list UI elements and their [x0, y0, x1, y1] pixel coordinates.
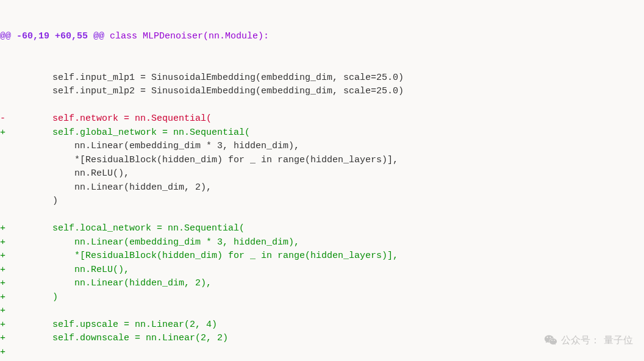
diff-line: nn.ReLU(), [0, 167, 644, 181]
hunk-context-text: class MLPDenoiser(nn.Module): [104, 31, 269, 41]
diff-line: + ) [0, 291, 644, 305]
diff-line: + self.downscale = nn.Linear(2, 2) [0, 332, 644, 346]
diff-line: ) [0, 195, 644, 209]
diff-line-text: self.local_network = nn.Sequential( [9, 223, 245, 234]
diff-view: @@ -60,19 +60,55 @@ class MLPDenoiser(nn… [0, 2, 644, 361]
diff-line-text: nn.Linear(embedding_dim * 3, hidden_dim)… [9, 237, 299, 248]
diff-marker [0, 154, 9, 168]
diff-line-text: *[ResidualBlock(hidden_dim) for _ in ran… [9, 251, 398, 261]
diff-marker: + [0, 222, 9, 236]
diff-marker [0, 140, 9, 154]
diff-line-text: nn.Linear(embedding_dim * 3, hidden_dim)… [9, 141, 299, 151]
diff-line: + self.global_network = nn.Sequential( [0, 126, 644, 140]
diff-marker: - [0, 112, 9, 126]
diff-marker [0, 85, 9, 99]
diff-line: + nn.Linear(hidden_dim, 2), [0, 277, 644, 291]
diff-line: nn.Linear(embedding_dim * 3, hidden_dim)… [0, 140, 644, 154]
diff-line [0, 99, 644, 113]
diff-marker: + [0, 346, 9, 360]
diff-line-text: nn.ReLU(), [9, 168, 129, 179]
diff-marker: + [0, 249, 9, 263]
diff-marker: + [0, 318, 9, 332]
diff-line: + nn.Linear(embedding_dim * 3, hidden_di… [0, 236, 644, 250]
diff-line-text: self.global_network = nn.Sequential( [9, 127, 250, 138]
diff-line-text: self.downscale = nn.Linear(2, 2) [9, 333, 228, 343]
diff-line: + self.upscale = nn.Linear(2, 4) [0, 318, 644, 332]
hunk-range: @@ -60,19 +60,55 @@ [0, 31, 104, 41]
hunk-header-line: @@ -60,19 +60,55 @@ class MLPDenoiser(nn… [0, 30, 644, 44]
diff-line: + *[ResidualBlock(hidden_dim) for _ in r… [0, 249, 644, 263]
diff-marker [0, 99, 9, 113]
diff-line: + [0, 304, 644, 318]
diff-line-text: ) [9, 292, 58, 302]
diff-marker [0, 71, 9, 85]
diff-line: + nn.ReLU(), [0, 263, 644, 277]
diff-marker [0, 167, 9, 181]
diff-marker [0, 209, 9, 223]
diff-line: + self.local_network = nn.Sequential( [0, 222, 644, 236]
diff-line: + [0, 346, 644, 360]
diff-marker: + [0, 332, 9, 346]
diff-line: self.input_mlp2 = SinusoidalEmbedding(em… [0, 85, 644, 99]
diff-line-text: nn.ReLU(), [9, 265, 129, 275]
diff-line-text: self.input_mlp2 = SinusoidalEmbedding(em… [9, 86, 404, 96]
diff-line-text: self.input_mlp1 = SinusoidalEmbedding(em… [9, 73, 404, 83]
diff-line-text: ) [9, 196, 58, 206]
diff-line [0, 209, 644, 223]
diff-line: nn.Linear(hidden_dim, 2), [0, 181, 644, 195]
diff-marker: + [0, 126, 9, 140]
diff-line-text: self.upscale = nn.Linear(2, 4) [9, 320, 217, 330]
diff-line: self.input_mlp1 = SinusoidalEmbedding(em… [0, 71, 644, 85]
diff-line: - self.network = nn.Sequential( [0, 112, 644, 126]
diff-marker: + [0, 236, 9, 250]
diff-marker [0, 181, 9, 195]
diff-marker: + [0, 277, 9, 291]
diff-line: *[ResidualBlock(hidden_dim) for _ in ran… [0, 154, 644, 168]
diff-marker: + [0, 304, 9, 318]
diff-marker [0, 195, 9, 209]
diff-line-text: *[ResidualBlock(hidden_dim) for _ in ran… [9, 155, 398, 165]
diff-lines-region: self.input_mlp1 = SinusoidalEmbedding(em… [0, 71, 644, 362]
diff-line-text: nn.Linear(hidden_dim, 2), [9, 182, 212, 193]
diff-marker: + [0, 291, 9, 305]
diff-line-text: nn.Linear(hidden_dim, 2), [9, 278, 212, 288]
diff-marker: + [0, 263, 9, 277]
diff-line-text: self.network = nn.Sequential( [9, 113, 212, 124]
